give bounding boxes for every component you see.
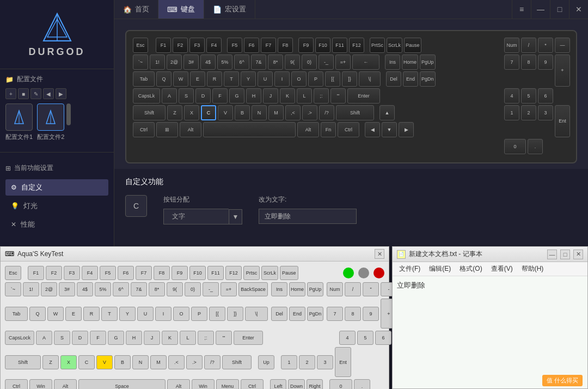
- keytest-close-btn[interactable]: ✕: [375, 249, 384, 259]
- key-8[interactable]: 8*: [268, 54, 283, 70]
- kt-equals[interactable]: =+: [220, 282, 237, 296]
- kt-8[interactable]: 8*: [149, 282, 165, 296]
- key-down[interactable]: ▼: [382, 122, 397, 137]
- kt-capslock[interactable]: CapsLock: [5, 331, 34, 345]
- kt-k[interactable]: K: [162, 331, 178, 345]
- nav-tab-keyboard[interactable]: ⌨ 键盘: [158, 0, 204, 19]
- kt-7[interactable]: 7&: [131, 282, 147, 296]
- key-e[interactable]: E: [190, 71, 205, 87]
- kt-num6[interactable]: 6: [375, 331, 391, 345]
- edit-config-btn[interactable]: ✎: [30, 88, 41, 99]
- minimize-window-btn[interactable]: —: [531, 0, 550, 19]
- key-n[interactable]: N: [252, 105, 267, 120]
- kt-minus[interactable]: -_: [203, 282, 219, 296]
- key-lshift[interactable]: Shift: [133, 105, 166, 120]
- kt-down[interactable]: Down: [288, 379, 305, 389]
- kt-9[interactable]: 9(: [167, 282, 183, 296]
- kt-num2[interactable]: 2: [299, 355, 315, 369]
- key-slash[interactable]: /?: [319, 105, 334, 120]
- kt-m[interactable]: M: [150, 355, 167, 369]
- kt-p[interactable]: P: [191, 307, 207, 321]
- kt-lalt[interactable]: Alt: [54, 379, 77, 389]
- kt-f[interactable]: F: [90, 331, 106, 345]
- key-d[interactable]: D: [195, 88, 211, 104]
- dropdown-arrow[interactable]: ▼: [229, 209, 242, 224]
- key-nummul[interactable]: *: [538, 38, 553, 53]
- key-f12[interactable]: F12: [349, 38, 364, 53]
- kt-r[interactable]: R: [83, 307, 100, 321]
- kt-l[interactable]: L: [180, 331, 196, 345]
- kt-v[interactable]: V: [96, 355, 113, 369]
- key-4[interactable]: 4$: [200, 54, 216, 70]
- key-ins[interactable]: Ins: [385, 54, 400, 70]
- kt-f11[interactable]: F11: [207, 266, 224, 280]
- key-num6[interactable]: 6: [538, 88, 553, 104]
- key-3[interactable]: 3#: [183, 54, 199, 70]
- kt-g[interactable]: G: [108, 331, 124, 345]
- kt-lctrl[interactable]: Ctrl: [5, 379, 28, 389]
- key-num8[interactable]: 8: [521, 54, 536, 70]
- key-num3[interactable]: 3: [538, 105, 553, 120]
- kt-4[interactable]: 4$: [77, 282, 93, 296]
- key-esc[interactable]: Esc: [133, 38, 148, 53]
- nav-tab-macro[interactable]: 📄 宏设置: [204, 0, 255, 19]
- kt-slash[interactable]: /?: [204, 355, 220, 369]
- key-equals[interactable]: =+: [335, 54, 351, 70]
- key-j[interactable]: J: [263, 88, 278, 104]
- config-item-2[interactable]: 配置文件2: [37, 104, 64, 141]
- key-0[interactable]: 0): [302, 54, 317, 70]
- key-del[interactable]: Del: [386, 71, 401, 87]
- next-config-btn[interactable]: ▶: [56, 88, 66, 99]
- kt-pgdn[interactable]: PgDn: [307, 307, 323, 321]
- key-9[interactable]: 9(: [285, 54, 300, 70]
- kt-d[interactable]: D: [72, 331, 88, 345]
- key-backtick[interactable]: `~: [133, 54, 148, 70]
- kt-e[interactable]: E: [65, 307, 82, 321]
- kt-q[interactable]: Q: [29, 307, 46, 321]
- key-p[interactable]: P: [308, 71, 323, 87]
- key-ralt[interactable]: Alt: [297, 122, 319, 137]
- key-f5[interactable]: F5: [227, 38, 242, 53]
- key-end[interactable]: End: [403, 71, 418, 87]
- kt-enter[interactable]: Enter: [234, 331, 263, 345]
- key-numadd[interactable]: +: [555, 54, 570, 87]
- notepad-menu-help[interactable]: 帮助(H): [517, 263, 548, 275]
- kt-j[interactable]: J: [144, 331, 160, 345]
- notepad-menu-format[interactable]: 格式(O): [455, 263, 486, 275]
- kt-5[interactable]: 5%: [95, 282, 111, 296]
- key-g[interactable]: G: [229, 88, 244, 104]
- notepad-menu-file[interactable]: 文件(F): [395, 263, 425, 275]
- copy-config-btn[interactable]: ■: [18, 88, 29, 99]
- kt-w[interactable]: W: [47, 307, 64, 321]
- key-i[interactable]: I: [274, 71, 290, 87]
- key-1[interactable]: 1!: [150, 54, 165, 70]
- kt-period[interactable]: .>: [186, 355, 203, 369]
- kt-f2[interactable]: F2: [46, 266, 62, 280]
- key-rbracket[interactable]: ]}: [342, 71, 357, 87]
- key-numdot[interactable]: .: [528, 139, 543, 154]
- kt-right[interactable]: Right: [307, 379, 323, 389]
- key-h[interactable]: H: [246, 88, 261, 104]
- key-minus[interactable]: -_: [318, 54, 334, 70]
- key-f3[interactable]: F3: [189, 38, 205, 53]
- kt-home[interactable]: Home: [289, 282, 305, 296]
- kt-b[interactable]: B: [114, 355, 131, 369]
- kt-backslash[interactable]: \|: [245, 307, 268, 321]
- key-backslash[interactable]: \|: [359, 71, 381, 87]
- key-period[interactable]: .>: [302, 105, 317, 120]
- kt-lshift[interactable]: Shift: [5, 355, 41, 369]
- key-m[interactable]: M: [268, 105, 284, 120]
- key-pause[interactable]: Pause: [404, 38, 421, 53]
- key-quote[interactable]: '": [330, 88, 346, 104]
- notepad-maximize-btn[interactable]: □: [560, 250, 570, 259]
- key-c[interactable]: C: [201, 105, 216, 120]
- kt-numenter[interactable]: Ent: [335, 347, 351, 377]
- key-lalt[interactable]: Alt: [180, 122, 201, 137]
- menu-item-custom[interactable]: ⚙ 自定义: [5, 179, 108, 196]
- kt-u[interactable]: U: [137, 307, 154, 321]
- kt-esc[interactable]: Esc: [5, 266, 21, 280]
- kt-6[interactable]: 6^: [113, 282, 129, 296]
- nav-tab-home[interactable]: 🏠 首页: [114, 0, 158, 19]
- kt-h[interactable]: H: [126, 331, 142, 345]
- key-f7[interactable]: F7: [261, 38, 276, 53]
